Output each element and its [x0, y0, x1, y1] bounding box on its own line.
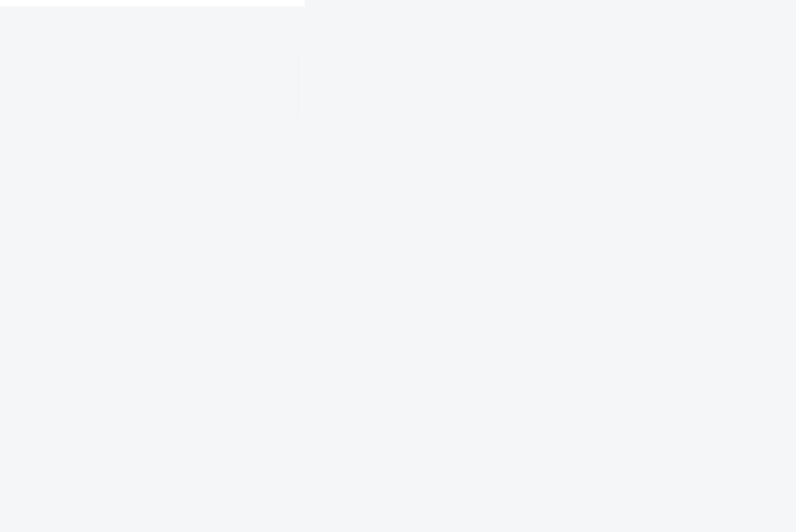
toolbar-divider-line: [298, 55, 298, 118]
overview-content: [0, 7, 305, 14]
top-nav: [0, 0, 305, 7]
